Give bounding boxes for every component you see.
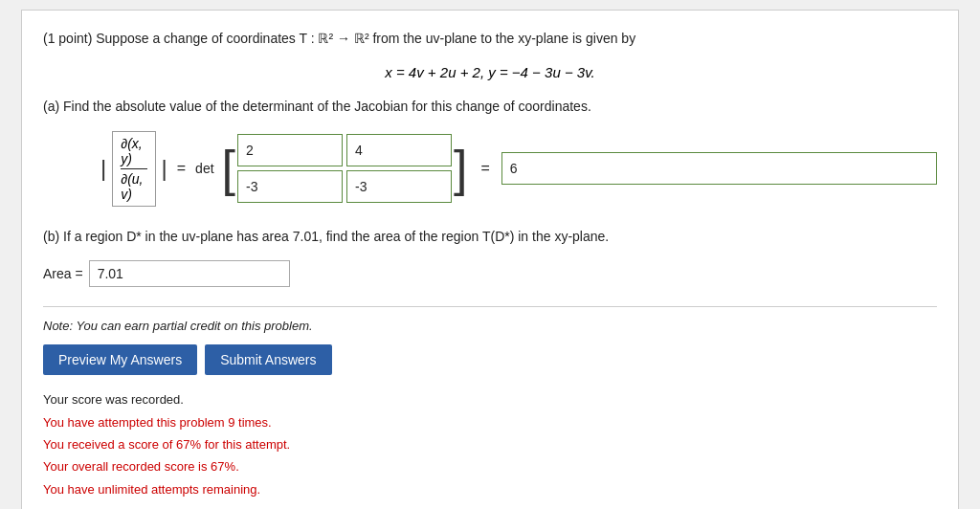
problem-statement: (1 point) Suppose a change of coordinate…	[43, 28, 937, 49]
score-line-0: Your score was recorded.	[43, 388, 937, 410]
note-content: Note: You can earn partial credit on thi…	[43, 319, 313, 333]
part-a-label: (a) Find the absolute value of the deter…	[43, 96, 937, 117]
jacobian-row: | ∂(x, y) ∂(u, v) | = det [ 2 4 -3 -3 ] …	[100, 131, 937, 207]
matrix-cell-01[interactable]: 4	[346, 134, 452, 166]
matrix-cell-00[interactable]: 2	[237, 134, 343, 166]
matrix-cell-11[interactable]: -3	[346, 170, 452, 203]
button-row: Preview My Answers Submit Answers	[43, 344, 937, 375]
jacobian-fraction: ∂(x, y) ∂(u, v)	[112, 131, 155, 207]
main-container: (1 point) Suppose a change of coordinate…	[21, 10, 959, 509]
score-line-3: Your overall recorded score is 67%.	[43, 455, 937, 477]
area-label: Area =	[43, 266, 83, 281]
equations: x = 4v + 2u + 2, y = −4 − 3u − 3v.	[43, 64, 937, 80]
score-lines: Your score was recorded. You have attemp…	[43, 388, 937, 500]
area-row: Area = 7.01	[43, 260, 937, 287]
score-line-1: You have attempted this problem 9 times.	[43, 411, 937, 433]
matrix-bracket-left: [	[222, 144, 235, 193]
matrix-cell-10[interactable]: -3	[237, 170, 343, 203]
note-text: Note: You can earn partial credit on thi…	[43, 319, 937, 333]
abs-right: |	[162, 157, 167, 180]
score-line-4: You have unlimited attempts remaining.	[43, 478, 937, 500]
abs-left: |	[100, 157, 106, 180]
fraction-denominator: ∂(u, v)	[121, 171, 146, 202]
part-b-label: (b) If a region D* in the uv-plane has a…	[43, 226, 937, 247]
fraction-numerator: ∂(x, y)	[121, 136, 146, 169]
det-label: det	[195, 161, 213, 176]
area-input[interactable]: 7.01	[89, 260, 290, 287]
result-value: 6	[510, 161, 518, 176]
matrix-cells: 2 4 -3 -3	[237, 134, 452, 203]
equals-det: =	[173, 160, 189, 177]
matrix-bracket-right: ]	[454, 144, 467, 193]
score-line-2: You received a score of 67% for this att…	[43, 433, 937, 455]
submit-button[interactable]: Submit Answers	[205, 344, 331, 375]
result-equals: =	[475, 160, 495, 177]
area-value: 7.01	[98, 266, 123, 281]
result-box[interactable]: 6	[501, 152, 937, 185]
preview-button[interactable]: Preview My Answers	[43, 344, 197, 375]
matrix-wrapper: [ 2 4 -3 -3 ]	[220, 134, 470, 203]
problem-header: (1 point) Suppose a change of coordinate…	[43, 31, 635, 46]
divider	[43, 306, 937, 307]
